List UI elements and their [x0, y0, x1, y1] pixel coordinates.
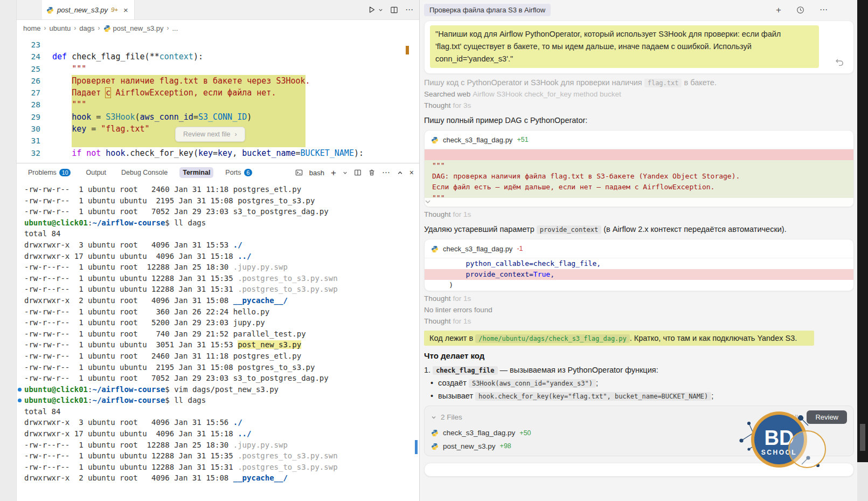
terminal-line: -rw-r--r-- 1 ubuntu root 5200 Jan 29 23:…: [24, 317, 419, 328]
panel-header: Problems10OutputDebug ConsoleTerminalPor…: [17, 163, 419, 182]
ordered-list-item: 1. check_flag_file — вызываемая из Pytho…: [424, 366, 854, 374]
user-message-line: conn_id='yandex_s3'.": [435, 53, 814, 65]
terminal-line: drwxrwxr-x 3 ubuntu root 4096 Jan 31 15:…: [24, 239, 419, 251]
thought-meta-line[interactable]: Searched webAirflow S3Hook check_for_key…: [424, 90, 854, 98]
bullet-list-item: создаёт S3Hook(aws_conn_id="yandex_s3");: [424, 379, 854, 387]
panel-tab-output[interactable]: Output: [82, 167, 109, 178]
bash-terminal-icon[interactable]: [295, 169, 303, 176]
code-line[interactable]: 28 """: [17, 99, 419, 111]
code-line-text: """: [40, 63, 86, 75]
thought-meta-line[interactable]: Thoughtfor 1s: [424, 210, 854, 218]
breadcrumb-item-post-new-s3-py[interactable]: post_new_s3.py: [103, 24, 164, 32]
code-line[interactable]: 32 if not hook.check_for_key(key=key, bu…: [17, 147, 419, 159]
files-count-label[interactable]: 2 Files: [441, 413, 462, 421]
code-line[interactable]: 29 hook = S3Hook(aws_conn_id=S3_CONN_ID): [17, 111, 419, 123]
line-number: 25: [17, 63, 40, 75]
panel-tab-problems[interactable]: Problems10: [25, 167, 74, 178]
terminal-output[interactable]: -rw-rw-r-- 1 ubuntu root 2460 Jan 31 11:…: [17, 182, 419, 485]
inline-code-chip: hook.check_for_key(key="flag.txt", bucke…: [475, 392, 711, 401]
tab-modified-badge: 9+: [111, 6, 118, 13]
python-file-icon: [103, 24, 111, 32]
chevron-down-icon[interactable]: [431, 415, 436, 420]
chat-header: Проверка файла флага S3 в Airflow + ⋯: [424, 0, 854, 19]
breadcrumb-separator: ›: [74, 24, 76, 32]
thought-meta-line[interactable]: Thoughtfor 1s: [424, 317, 854, 325]
diff-change-badge: -1: [517, 245, 523, 252]
maximize-panel-icon[interactable]: [397, 170, 403, 176]
history-clock-icon[interactable]: [796, 6, 804, 14]
inline-code-chip: flag.txt: [644, 79, 682, 87]
python-file-icon: [431, 244, 439, 253]
code-line[interactable]: 26 Проверяет наличие flag.txt в бакете ч…: [17, 75, 419, 87]
chat-title-tab[interactable]: Проверка файла флага S3 в Airflow: [424, 4, 551, 16]
diff-card-header[interactable]: check_s3_flag_dag.py+51: [425, 131, 853, 149]
terminal-dropdown-icon[interactable]: [343, 170, 348, 175]
terminal-line: ubuntu@click01:~/airflow-course$ ll dags: [24, 217, 419, 229]
panel-more-actions-icon[interactable]: ⋯: [382, 168, 391, 177]
new-chat-icon[interactable]: +: [776, 5, 781, 15]
breadcrumb-item-ubuntu[interactable]: ubuntu: [50, 24, 71, 32]
split-terminal-icon[interactable]: [354, 169, 362, 176]
bd-school-logo: BD SCHOOL: [737, 407, 829, 475]
restore-checkpoint-icon[interactable]: [834, 58, 844, 67]
editor-tab-post-new-s3[interactable]: post_new_s3.py 9+ ×: [42, 0, 135, 19]
window-edge-strip: [0, 0, 17, 501]
panel-tab-ports[interactable]: Ports6: [222, 167, 255, 178]
diff-card-header[interactable]: check_s3_flag_dag.py-1: [425, 239, 853, 258]
terminal-scrollbar[interactable]: [415, 440, 418, 454]
code-line[interactable]: 27 Падает с AirflowException, если файла…: [17, 87, 419, 99]
code-line-text: hook = S3Hook(aws_conn_id=S3_CONN_ID): [40, 111, 252, 123]
kill-terminal-icon[interactable]: [368, 169, 376, 176]
breadcrumb-item--[interactable]: ...: [172, 24, 178, 32]
editor-actions: ⋯: [367, 0, 414, 19]
breadcrumb-item-home[interactable]: home: [23, 24, 41, 32]
assistant-paragraph: Пишу полный пример DAG с PythonOperator:: [424, 116, 854, 125]
code-line-text: if not hook.check_for_key(key=key, bucke…: [40, 147, 364, 159]
panel-tab-terminal[interactable]: Terminal: [179, 167, 213, 178]
review-next-file-button[interactable]: Review next file ›: [175, 127, 245, 142]
more-actions-icon[interactable]: ⋯: [405, 5, 414, 15]
thought-meta-line[interactable]: Thoughtfor 1s: [424, 294, 854, 303]
shell-label[interactable]: bash: [309, 169, 324, 177]
chat-more-icon[interactable]: ⋯: [820, 5, 828, 15]
code-editor[interactable]: 2324def check_flag_file(**context):25 ""…: [17, 36, 419, 166]
close-panel-icon[interactable]: ×: [409, 168, 414, 177]
code-line-text: """: [40, 99, 86, 111]
new-terminal-icon[interactable]: +: [331, 168, 336, 177]
file-name: check_s3_flag_dag.py: [443, 429, 515, 437]
code-diff-card[interactable]: check_s3_flag_dag.py-1 python_callable=c…: [424, 239, 854, 291]
terminal-line: -rw-r--r-- 1 ubuntu ubuntu 12288 Jan 31 …: [24, 450, 419, 462]
code-line[interactable]: 23: [17, 39, 419, 51]
breadcrumb-separator: ›: [44, 24, 46, 32]
expand-chevron-icon[interactable]: [425, 198, 853, 207]
terminal-line: ubuntu@click01:~/airflow-course$ ll dags: [24, 395, 419, 406]
run-dropdown-icon[interactable]: [378, 8, 383, 12]
split-editor-icon[interactable]: [390, 6, 398, 14]
close-tab-icon[interactable]: ×: [123, 5, 128, 15]
chevron-right-icon: ›: [235, 131, 237, 138]
panel-tab-debug-console[interactable]: Debug Console: [118, 167, 171, 178]
code-line[interactable]: 25 """: [17, 63, 419, 75]
code-diff-card[interactable]: check_s3_flag_dag.py+51 """DAG: проверка…: [424, 130, 854, 207]
terminal-line: drwxrwxr-x 17 ubuntu ubuntu 4096 Jan 31 …: [24, 428, 419, 440]
terminal-line: -rw-r--r-- 1 ubuntu ubuntu 12288 Jan 31 …: [24, 284, 419, 295]
user-message-line: 'flag.txt' существует в бакете, то мы ид…: [435, 40, 814, 53]
editor-tab-bar: post_new_s3.py 9+ × ⋯: [17, 0, 419, 20]
diff-code-line: Если файл есть — идём дальше, если нет —…: [425, 182, 853, 193]
user-message-card: "Напиши код для Airflow PythonOperator, …: [424, 20, 854, 74]
diff-change-badge: +51: [517, 136, 528, 143]
terminal-line: -rw-rw-r-- 1 ubuntu root 2460 Jan 31 11:…: [24, 351, 419, 362]
thought-meta-line[interactable]: No linter errors found: [424, 306, 854, 314]
breadcrumb-item-dags[interactable]: dags: [79, 24, 94, 32]
terminal-line: -rw-rw-r-- 1 ubuntu root 7052 Jan 29 23:…: [24, 206, 419, 217]
terminal-line: ubuntu@click01:~/airflow-course$ vim dag…: [24, 384, 419, 395]
inline-code-chip: S3Hook(aws_conn_id="yandex_s3"): [469, 379, 596, 388]
terminal-line: -rw-rw-r-- 1 ubuntu root 360 Jan 26 22:2…: [24, 306, 419, 318]
thought-meta-line[interactable]: Thoughtfor 3s: [424, 101, 854, 109]
run-python-icon[interactable]: [367, 5, 376, 14]
line-number: 26: [17, 75, 40, 87]
edge-scrollbar-thumb[interactable]: [860, 424, 865, 451]
breadcrumb[interactable]: home›ubuntu›dags›post_new_s3.py›...: [17, 20, 419, 36]
screen-edge-light-strip: [857, 462, 868, 501]
code-line[interactable]: 24def check_flag_file(**context):: [17, 51, 419, 63]
